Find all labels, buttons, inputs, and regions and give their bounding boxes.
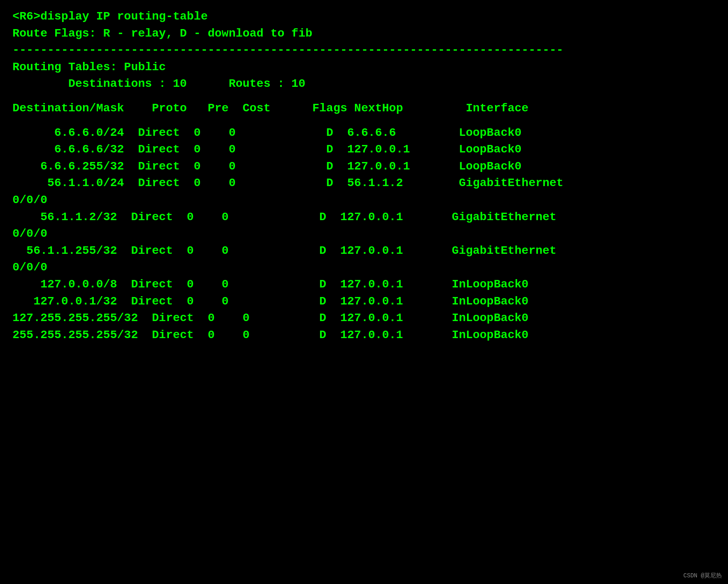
route-row-10: 255.255.255.255/32 Direct 0 0 D 127.0.0.… [12, 327, 716, 344]
gap2 [12, 117, 716, 125]
destinations-routes-line: Destinations : 10 Routes : 10 [12, 76, 716, 93]
route-row-8: 127.0.0.1/32 Direct 0 0 D 127.0.0.1 InLo… [12, 293, 716, 310]
route-row-7: 127.0.0.0/8 Direct 0 0 D 127.0.0.1 InLoo… [12, 276, 716, 293]
command-line: <R6>display IP routing-table [12, 8, 716, 25]
watermark: CSDN @莫尼热 [684, 572, 722, 580]
flags-line: Route Flags: R - relay, D - download to … [12, 25, 716, 42]
table-header: Destination/Mask Proto Pre Cost Flags Ne… [12, 100, 716, 117]
routing-tables-label: Routing Tables: Public [12, 59, 716, 76]
terminal-window: <R6>display IP routing-table Route Flags… [12, 8, 716, 344]
route-row-6-cont: 0/0/0 [12, 259, 716, 276]
gap1 [12, 93, 716, 100]
route-row-4-cont: 0/0/0 [12, 192, 716, 209]
route-row-5: 56.1.1.2/32 Direct 0 0 D 127.0.0.1 Gigab… [12, 209, 716, 226]
route-row-5-cont: 0/0/0 [12, 226, 716, 243]
route-row-6: 56.1.1.255/32 Direct 0 0 D 127.0.0.1 Gig… [12, 243, 716, 260]
route-row-2: 6.6.6.6/32 Direct 0 0 D 127.0.0.1 LoopBa… [12, 141, 716, 158]
separator-line: ----------------------------------------… [12, 42, 716, 59]
route-row-4: 56.1.1.0/24 Direct 0 0 D 56.1.1.2 Gigabi… [12, 175, 716, 192]
route-row-1: 6.6.6.0/24 Direct 0 0 D 6.6.6.6 LoopBack… [12, 125, 716, 142]
route-row-3: 6.6.6.255/32 Direct 0 0 D 127.0.0.1 Loop… [12, 158, 716, 175]
route-row-9: 127.255.255.255/32 Direct 0 0 D 127.0.0.… [12, 310, 716, 327]
